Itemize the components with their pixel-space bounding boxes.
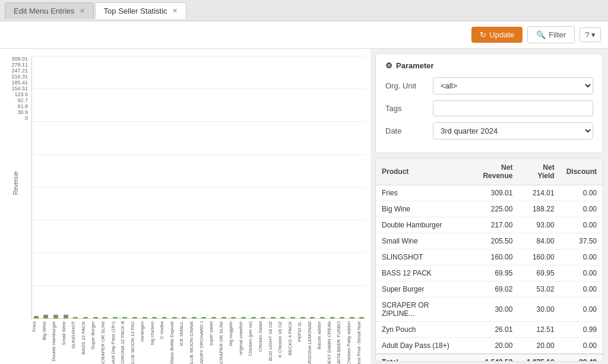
bar-group (269, 56, 277, 318)
total-net-yield: 1,075.10 (518, 354, 560, 362)
help-button[interactable]: ? ▾ (580, 27, 601, 42)
filter-icon: 🔍 (536, 30, 546, 39)
x-label: BECKS 4 PACK (287, 321, 297, 355)
bar-group (91, 56, 100, 318)
bar-green (43, 317, 48, 318)
y-tick: 154.51 (11, 86, 28, 91)
tags-input[interactable] (433, 100, 593, 116)
cell-discount: 0.00 (560, 338, 603, 354)
bar-group (239, 56, 248, 318)
bar-group (101, 56, 109, 318)
total-row: Total 1,542.53 1,075.10 38.49 (376, 354, 603, 362)
bar-green (271, 317, 276, 318)
y-tick: 30.9 (17, 109, 28, 115)
y-tick: 61.8 (17, 103, 28, 109)
cell-product: SCRAPER OR ZIPLINE... (376, 297, 465, 322)
org-unit-select[interactable]: <all> (433, 77, 593, 94)
right-panel: ⚙ Parameter Org. Unit <all> Tags Date 3r… (370, 49, 608, 364)
tab-edit-menu[interactable]: Edit Menu Entries ✕ (5, 2, 94, 19)
tab-edit-menu-close[interactable]: ✕ (80, 7, 85, 15)
cell-net-yield: 93.00 (518, 217, 560, 233)
tab-edit-menu-label: Edit Menu Entries (14, 7, 75, 15)
total-label: Total (376, 354, 465, 362)
cell-net-revenue: 69.95 (465, 265, 518, 281)
parameter-box: ⚙ Parameter Org. Unit <all> Tags Date 3r… (375, 53, 603, 153)
col-net-yield: Net Yield (518, 159, 560, 185)
cell-net-revenue: 225.00 (465, 201, 518, 217)
x-label: Small Wine (61, 321, 71, 345)
bar-group (32, 56, 40, 318)
main-content: Revenue 309.01278.11247.21216.31185.4115… (0, 49, 608, 364)
col-discount: Discount (560, 159, 603, 185)
bar-green (122, 317, 127, 318)
bar-green (211, 317, 216, 318)
bar-green (359, 317, 364, 318)
bar-green (350, 317, 354, 318)
bar-group (249, 56, 258, 318)
cell-product: Big Wine (376, 201, 465, 217)
bar-green (83, 317, 88, 318)
y-tick: 216.31 (11, 74, 28, 80)
x-label: Chicken (per oz) (248, 321, 258, 356)
x-label: big chicken (150, 321, 160, 345)
bar-green (330, 317, 335, 318)
x-label: Big Wine (42, 321, 52, 340)
bar-green (280, 317, 285, 318)
bar-green (290, 317, 295, 318)
bar-green (201, 317, 206, 318)
cell-product: Double Hamburger (376, 217, 465, 233)
toolbar: ↻ Update 🔍 Filter ? ▾ (0, 21, 608, 49)
bar-green (300, 317, 305, 318)
table-row: Adult Day Pass (18+) 20.00 20.00 0.00 (376, 338, 603, 354)
bar-group (151, 56, 159, 318)
bar-group (190, 56, 198, 318)
x-label: ICE SMALL (179, 321, 189, 346)
cell-product: SLINGSHOT (376, 249, 465, 265)
bar-green (172, 317, 177, 318)
table-row: Fries 309.01 214.01 0.00 (376, 185, 603, 201)
bar-green (34, 317, 39, 318)
bar-group (279, 56, 287, 318)
bar-green (182, 317, 186, 318)
cell-net-revenue: 20.00 (465, 338, 518, 354)
bar-group (328, 56, 337, 318)
bar-group (348, 56, 356, 318)
bar-green (340, 317, 344, 318)
y-tick: 309.01 (11, 56, 28, 62)
bar-green (310, 317, 315, 318)
cell-discount: 37.50 (560, 233, 603, 249)
bar-green (261, 317, 265, 318)
bar-group (170, 56, 179, 318)
x-label: original crawfish (238, 321, 248, 355)
y-axis-label: Revenue (12, 172, 19, 195)
tab-top-seller[interactable]: Top Seller Statistic ✕ (95, 2, 186, 19)
bar-green (241, 317, 246, 318)
bar-group (289, 56, 297, 318)
tab-top-seller-close[interactable]: ✕ (172, 7, 178, 15)
filter-button[interactable]: 🔍 Filter (527, 26, 575, 43)
parameter-title: ⚙ Parameter (385, 61, 593, 70)
bar-group (299, 56, 307, 318)
x-label: SLINGSHOT (71, 321, 81, 349)
x-label: ABITA BEER TURBO DOG 6 PACK (336, 321, 346, 364)
x-label: Super Burger (90, 321, 100, 350)
x-label: ARIZONA LEMONADE 23.5 OZ (307, 321, 317, 364)
x-label: K Chicken 18 OZ (277, 321, 287, 357)
date-select[interactable]: 3rd quarter 2024 (433, 122, 593, 140)
x-label: Adult Day Pass (18+) (110, 321, 121, 364)
cell-net-revenue: 69.02 (465, 281, 518, 297)
update-button[interactable]: ↻ Update (471, 27, 522, 43)
table-row: Super Burger 69.02 53.02 0.00 (376, 281, 603, 297)
table-row: Double Hamburger 217.00 93.00 0.00 (376, 217, 603, 233)
bar-group (358, 56, 366, 318)
y-tick: 278.11 (11, 62, 28, 68)
filter-label: Filter (549, 30, 566, 39)
help-label: ? (585, 30, 589, 39)
cell-net-revenue: 217.00 (465, 217, 518, 233)
org-unit-label: Org. Unit (385, 81, 433, 90)
x-label: big nuggets (228, 321, 238, 346)
bar-group (141, 56, 149, 318)
cell-net-revenue: 309.01 (465, 185, 518, 201)
bar-group (62, 56, 70, 318)
bar-green (142, 317, 147, 318)
